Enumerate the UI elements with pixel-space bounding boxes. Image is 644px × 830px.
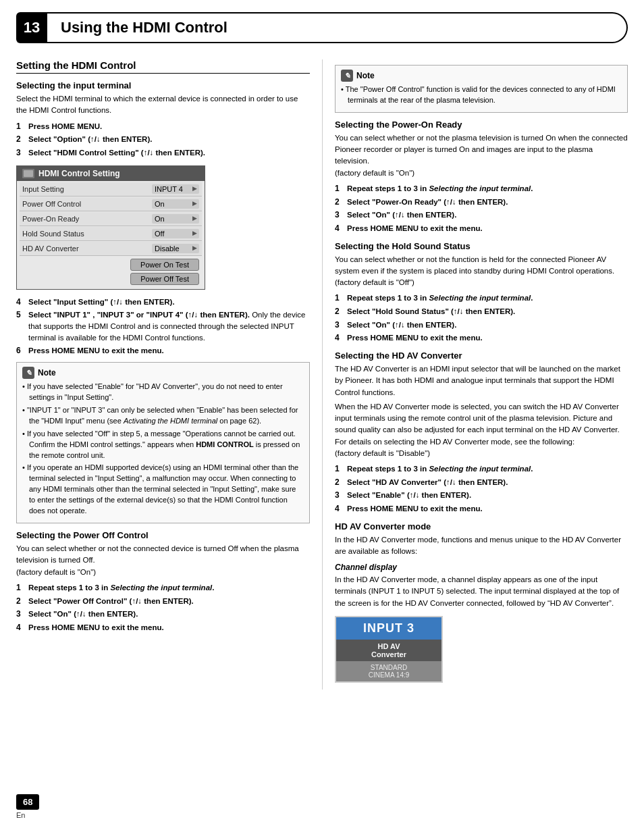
step-num-3: 3 [16, 148, 26, 157]
hdmi-value-hd-av[interactable]: Disable [152, 244, 199, 253]
steps-power-on-ready: 1 Repeat steps 1 to 3 in Selecting the i… [335, 183, 628, 234]
step-hs-num-4: 4 [335, 333, 344, 342]
step-hd-text-1: Repeat steps 1 to 3 in Selecting the inp… [347, 463, 533, 475]
step-por-4: 4 Press HOME MENU to exit the menu. [335, 223, 628, 234]
input3-header: INPUT 3 [336, 617, 441, 640]
step-por-num-2: 2 [335, 197, 344, 207]
hdmi-table-title: HDMI Control Setting [38, 169, 120, 178]
step-hd-1: 1 Repeat steps 1 to 3 in Selecting the i… [335, 463, 628, 475]
step-hs-1: 1 Repeat steps 1 to 3 in Selecting the i… [335, 292, 628, 304]
step-po-text-1: Repeat steps 1 to 3 in Selecting the inp… [28, 582, 214, 594]
step-hd-num-1: 1 [335, 464, 344, 473]
right-column: ✎ Note The "Power Off Control" function … [322, 59, 628, 690]
step-hd-num-4: 4 [335, 504, 344, 513]
step-num-5: 5 [16, 310, 26, 319]
step-hd-num-2: 2 [335, 477, 344, 487]
chapter-title-box: Using the HDMI Control [47, 12, 628, 43]
step-po-3: 3 Select "On" (↑/↓ then ENTER). [16, 608, 310, 620]
step-4: 4 Select "Input Setting" (↑/↓ then ENTER… [16, 296, 310, 308]
power-on-test-button[interactable]: Power On Test [130, 259, 199, 271]
note-bullet-1: If you have selected "Enable" for "HD AV… [29, 382, 304, 403]
step-por-text-1: Repeat steps 1 to 3 in Selecting the inp… [347, 183, 533, 194]
step-hd-4: 4 Press HOME MENU to exit the menu. [335, 503, 628, 515]
hdmi-buttons-area: Power On Test Power Off Test [20, 259, 202, 285]
subsection-hd-av-title: Selecting the HD AV Converter [335, 351, 628, 361]
note-title-left: ✎ Note [22, 367, 304, 379]
subsection-hd-av-mode-title: HD AV Converter mode [335, 521, 628, 531]
step-po-num-1: 1 [16, 583, 26, 592]
note-bullet-4: If you operate an HDMI supported device(… [29, 463, 304, 517]
power-off-test-button[interactable]: Power Off Test [130, 273, 199, 285]
note-bullet-3: If you have selected "Off" in step 5, a … [29, 429, 304, 461]
step-hs-num-2: 2 [335, 307, 344, 316]
step-hs-4: 4 Press HOME MENU to exit the menu. [335, 332, 628, 344]
hdmi-table-header: HDMI Control Setting [17, 166, 205, 181]
step-hd-3: 3 Select "Enable" (↑/↓ then ENTER). [335, 490, 628, 501]
hdmi-value-hold-sound[interactable]: Off [152, 229, 199, 238]
note-box-left: ✎ Note If you have selected "Enable" for… [16, 362, 310, 523]
subsection-power-on-ready-desc: You can select whether or not the plasma… [335, 132, 628, 179]
step-por-num-4: 4 [335, 224, 344, 233]
svg-rect-1 [24, 170, 33, 177]
step-hs-text-4: Press HOME MENU to exit the menu. [347, 332, 483, 344]
step-hs-3: 3 Select "On" (↑/↓ then ENTER). [335, 319, 628, 331]
input3-mid: HD AVConverter [336, 640, 441, 661]
steps-hold-sound: 1 Repeat steps 1 to 3 in Selecting the i… [335, 292, 628, 344]
step-por-2: 2 Select "Power-On Ready" (↑/↓ then ENTE… [335, 197, 628, 208]
input3-bottom: STANDARDCINEMA 14:9 [336, 661, 441, 681]
hdmi-row-hold-sound: Hold Sound Status Off [20, 227, 202, 241]
hdmi-row-input-setting: Input Setting INPUT 4 [20, 182, 202, 197]
page-header: 13 Using the HDMI Control [16, 12, 628, 43]
step-por-text-2: Select "Power-On Ready" (↑/↓ then ENTER)… [347, 197, 508, 208]
hdmi-row-power-on: Power-On Ready On [20, 212, 202, 226]
step-1: 1 Press HOME MENU. [16, 121, 310, 132]
steps-power-off: 1 Repeat steps 1 to 3 in Selecting the i… [16, 582, 310, 633]
step-text-5: Select "INPUT 1" , "INPUT 3" or "INPUT 4… [28, 309, 310, 343]
step-hd-text-2: Select "HD AV Converter" (↑/↓ then ENTER… [347, 477, 508, 488]
step-po-text-3: Select "On" (↑/↓ then ENTER). [28, 608, 138, 620]
hdmi-icon [22, 169, 34, 178]
hdmi-label-hd-av: HD AV Converter [22, 244, 152, 253]
step-num-4: 4 [16, 297, 26, 307]
step-2: 2 Select "Option" (↑/↓ then ENTER). [16, 134, 310, 145]
subsection-hd-av-desc2: When the HD AV Converter mode is selecte… [335, 401, 628, 459]
channel-display-heading: Channel display [335, 563, 628, 572]
hdmi-label-hold-sound: Hold Sound Status [22, 230, 152, 238]
step-hd-num-3: 3 [335, 490, 344, 500]
step-po-2: 2 Select "Power Off Control" (↑/↓ then E… [16, 596, 310, 607]
left-column: Setting the HDMI Control Selecting the i… [16, 59, 322, 690]
step-num-6: 6 [16, 346, 26, 355]
subsection-power-off-desc: You can select whether or not the connec… [16, 543, 310, 578]
step-po-num-4: 4 [16, 623, 26, 632]
subsection-hd-av-mode-desc: In the HD AV Converter mode, functions a… [335, 534, 628, 558]
page-lang: En [16, 811, 25, 819]
step-po-1: 1 Repeat steps 1 to 3 in Selecting the i… [16, 582, 310, 594]
step-po-num-3: 3 [16, 609, 26, 619]
channel-display-desc: In the HD AV Converter mode, a channel d… [335, 574, 628, 609]
subsection-power-off-title: Selecting the Power Off Control [16, 530, 310, 540]
section-title-setting: Setting the HDMI Control [16, 59, 310, 74]
note-bullet-2: "INPUT 1" or "INPUT 3" can only be selec… [29, 405, 304, 427]
step-5: 5 Select "INPUT 1" , "INPUT 3" or "INPUT… [16, 309, 310, 343]
steps-4-6: 4 Select "Input Setting" (↑/↓ then ENTER… [16, 296, 310, 357]
step-por-num-1: 1 [335, 184, 344, 193]
steps-hd-av: 1 Repeat steps 1 to 3 in Selecting the i… [335, 463, 628, 515]
hdmi-value-power-off[interactable]: On [152, 199, 199, 209]
step-por-1: 1 Repeat steps 1 to 3 in Selecting the i… [335, 183, 628, 194]
step-por-text-3: Select "On" (↑/↓ then ENTER). [347, 209, 456, 221]
page-footer: 68 En [16, 794, 39, 819]
input3-display-box: INPUT 3 HD AVConverter STANDARDCINEMA 14… [335, 616, 443, 683]
note-title-right-top: ✎ Note [341, 70, 622, 82]
step-text-4: Select "Input Setting" (↑/↓ then ENTER). [28, 296, 175, 308]
hdmi-value-power-on[interactable]: On [152, 214, 199, 224]
chapter-number: 13 [16, 12, 47, 43]
step-hs-text-2: Select "Hold Sound Status" (↑/↓ then ENT… [347, 306, 515, 317]
hdmi-row-hd-av: HD AV Converter Disable [20, 242, 202, 256]
page-number: 68 [16, 794, 39, 810]
step-text-2: Select "Option" (↑/↓ then ENTER). [28, 134, 152, 145]
hdmi-value-input-setting[interactable]: INPUT 4 [152, 184, 199, 194]
subsection-hd-av-desc1: The HD AV Converter is an HDMI input sel… [335, 363, 628, 398]
subsection-input-terminal-title: Selecting the input terminal [16, 80, 310, 90]
step-hs-text-1: Repeat steps 1 to 3 in Selecting the inp… [347, 292, 533, 304]
step-text-1: Press HOME MENU. [28, 121, 102, 132]
